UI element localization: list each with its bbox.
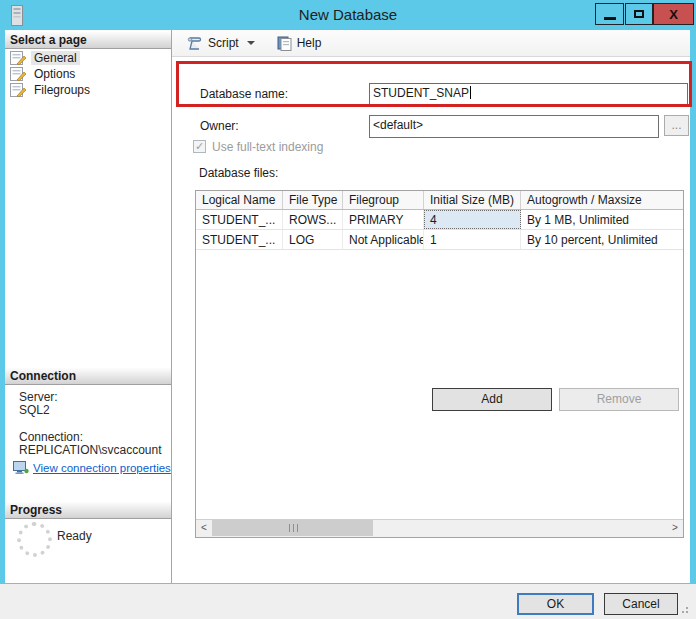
cell-autogrowth[interactable]: By 1 MB, Unlimited: [521, 210, 683, 229]
maximize-button[interactable]: [625, 3, 653, 25]
scrollbar-grip-icon: [289, 524, 298, 532]
window-frame-right: [690, 30, 696, 608]
window-title: New Database: [0, 0, 696, 30]
owner-browse-button[interactable]: ...: [664, 115, 689, 136]
server-value: SQL2: [19, 403, 50, 417]
fulltext-label: Use full-text indexing: [212, 140, 323, 154]
add-button[interactable]: Add: [432, 388, 552, 411]
script-dropdown-icon: [247, 41, 255, 45]
sidebar-item-label: Filegroups: [31, 83, 93, 97]
column-header[interactable]: Logical Name: [196, 191, 283, 209]
page-icon: [10, 51, 26, 65]
resize-grip-icon[interactable]: [686, 611, 688, 613]
column-header[interactable]: Autogrowth / Maxsize: [521, 191, 683, 209]
page-icon: [10, 83, 26, 97]
scroll-left-icon[interactable]: <: [196, 520, 212, 536]
progress-header: Progress: [5, 502, 171, 519]
sidebar-item-label: Options: [31, 67, 78, 81]
progress-spinner-icon: [17, 522, 52, 557]
ok-button[interactable]: OK: [517, 593, 594, 615]
select-a-page-header: Select a page: [5, 32, 171, 49]
cell-file-type[interactable]: LOG: [283, 230, 343, 249]
minimize-icon: [604, 17, 616, 20]
toolbar: Script Help: [172, 30, 690, 57]
column-header[interactable]: File Type: [283, 191, 343, 209]
column-header[interactable]: Initial Size (MB): [424, 191, 521, 209]
help-button[interactable]: Help: [273, 34, 326, 53]
owner-input[interactable]: <default>: [369, 115, 659, 138]
scrollbar-thumb[interactable]: [212, 520, 373, 536]
column-header[interactable]: Filegroup: [343, 191, 424, 209]
cell-initial-size-selected[interactable]: 4: [424, 210, 521, 229]
connection-label: Connection:: [19, 430, 83, 444]
cell-filegroup[interactable]: Not Applicable: [343, 230, 424, 249]
close-icon: X: [669, 7, 678, 22]
cell-initial-size[interactable]: 1: [424, 230, 521, 249]
script-scroll-icon: [186, 36, 203, 51]
cell-filegroup[interactable]: PRIMARY: [343, 210, 424, 229]
grid-header-row: Logical Name File Type Filegroup Initial…: [196, 191, 683, 210]
maximize-icon: [634, 10, 644, 18]
cancel-button[interactable]: Cancel: [604, 593, 678, 615]
cell-autogrowth[interactable]: By 10 percent, Unlimited: [521, 230, 683, 249]
sidebar-item-general[interactable]: General: [10, 50, 80, 66]
script-button-label: Script: [208, 36, 239, 50]
minimize-button[interactable]: [595, 3, 624, 25]
sidebar: Select a page General Options: [5, 30, 172, 583]
content-panel: Script Help Database name: STUDENT_SNAP …: [172, 30, 690, 583]
database-files-grid: Logical Name File Type Filegroup Initial…: [195, 190, 684, 538]
sidebar-item-filegroups[interactable]: Filegroups: [10, 82, 93, 98]
table-row[interactable]: STUDENT_... LOG Not Applicable 1 By 10 p…: [196, 230, 683, 250]
table-row[interactable]: STUDENT_... ROWS... PRIMARY 4 By 1 MB, U…: [196, 210, 683, 230]
scroll-right-icon[interactable]: >: [667, 520, 683, 536]
horizontal-scrollbar[interactable]: < >: [196, 519, 683, 537]
sidebar-item-label: General: [31, 51, 80, 65]
fulltext-checkbox[interactable]: ✓: [193, 140, 206, 153]
page-icon: [10, 67, 26, 81]
cell-logical-name[interactable]: STUDENT_...: [196, 230, 283, 249]
title-bar[interactable]: New Database X: [0, 0, 696, 30]
help-button-label: Help: [297, 36, 322, 50]
owner-label: Owner:: [200, 119, 239, 133]
database-name-label: Database name:: [200, 87, 288, 101]
view-connection-properties-label: View connection properties: [33, 462, 171, 474]
dialog-footer: OK Cancel: [0, 583, 696, 619]
checkmark-icon: ✓: [195, 140, 204, 152]
database-files-label: Database files:: [199, 166, 278, 180]
progress-status: Ready: [57, 529, 92, 543]
connection-header: Connection: [5, 368, 171, 385]
database-name-input[interactable]: STUDENT_SNAP: [369, 83, 688, 106]
view-connection-properties-link[interactable]: View connection properties: [13, 461, 171, 474]
cell-logical-name[interactable]: STUDENT_...: [196, 210, 283, 229]
sidebar-item-options[interactable]: Options: [10, 66, 78, 82]
help-book-icon: [277, 36, 292, 51]
cell-file-type[interactable]: ROWS...: [283, 210, 343, 229]
script-button[interactable]: Script: [182, 34, 259, 53]
connection-properties-icon: [13, 461, 29, 474]
grid-empty-area: [196, 250, 683, 519]
server-label: Server:: [19, 390, 58, 404]
new-database-dialog: New Database X Select a page General: [0, 0, 696, 619]
text-cursor: [470, 86, 471, 99]
close-button[interactable]: X: [653, 3, 694, 25]
remove-button[interactable]: Remove: [559, 388, 679, 411]
connection-value: REPLICATION\svcaccount: [19, 443, 162, 457]
